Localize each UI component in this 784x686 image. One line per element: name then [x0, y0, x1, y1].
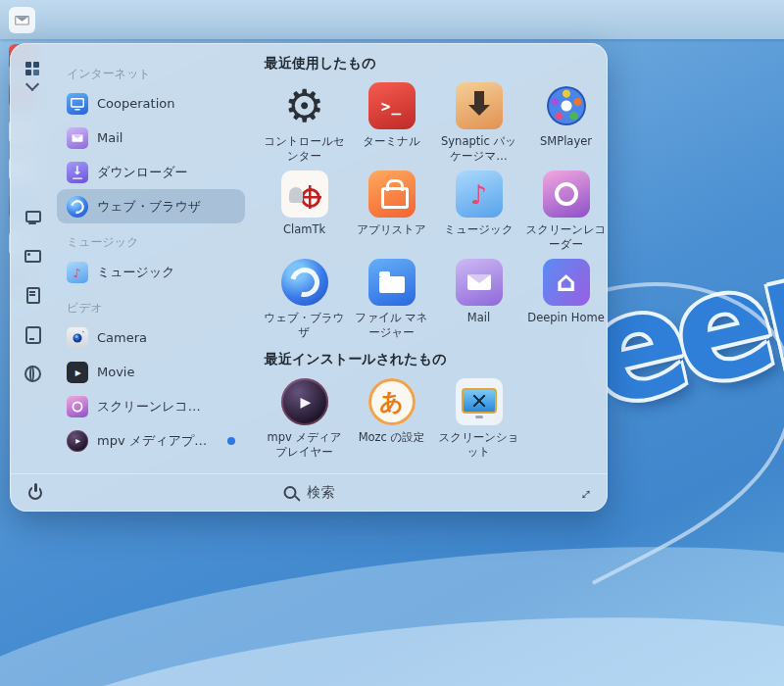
app-tile-web-browser[interactable]: ウェブ・ブラウザ: [261, 257, 348, 345]
file-manager-icon: [368, 259, 416, 306]
app-tile-smplayer[interactable]: SMPlayer: [522, 80, 608, 169]
category-strip-pictures[interactable]: [21, 244, 44, 268]
section-title: 最近インストールされたもの: [265, 351, 604, 368]
app-tile-mozc[interactable]: Mozc の設定: [348, 376, 435, 465]
expand-icon: [571, 480, 597, 506]
sidebar-item-screen-recorder[interactable]: スクリーンレコ…: [57, 389, 245, 423]
sidebar-item-header: ミュージック: [57, 223, 245, 255]
mail-icon: [456, 259, 503, 306]
app-tile-clamtk[interactable]: ClamTk: [261, 169, 348, 257]
music-icon: [67, 262, 88, 283]
sidebar-item-movie[interactable]: Movie: [57, 355, 245, 389]
app-label: ターミナル: [363, 134, 420, 149]
app-tile-control-center[interactable]: コントロールセンター: [261, 80, 348, 169]
category-strip-reader[interactable]: [21, 322, 44, 346]
sidebar-item-music[interactable]: ミュージック: [57, 255, 245, 289]
sidebar-item-header: ビデオ: [57, 289, 245, 320]
synaptic-icon: [456, 82, 503, 129]
category-strip-documents[interactable]: [21, 283, 44, 307]
sidebar-item-header: インターネット: [57, 55, 245, 86]
clamtk-icon: [281, 171, 328, 218]
display-icon: [24, 208, 41, 225]
sidebar-item-mpv[interactable]: mpv メディアプ…: [57, 423, 245, 458]
app-label: アプリストア: [357, 222, 426, 237]
app-label: Mail: [467, 311, 490, 325]
web-browser-icon: [67, 196, 88, 218]
view-all-apps-button[interactable]: [24, 61, 40, 89]
app-label: スクリーンレコーダー: [524, 222, 608, 252]
chevron-down-icon: [25, 77, 39, 91]
search-icon: [283, 485, 300, 502]
screen-recorder-icon: [543, 171, 590, 218]
app-tile-music[interactable]: ミュージック: [435, 169, 522, 257]
update-badge: [227, 437, 235, 445]
screen-recorder-icon: [67, 396, 88, 417]
sidebar-item-web-browser[interactable]: ウェブ・ブラウザ: [57, 189, 245, 223]
app-section: 最近使用したもの コントロールセンター: [261, 55, 604, 345]
search-input[interactable]: 検索: [277, 483, 341, 503]
app-tile-appstore[interactable]: アプリストア: [348, 169, 435, 257]
sidebar-item-label: インターネット: [67, 66, 235, 82]
mail-dock-icon: [9, 7, 35, 33]
sidebar-item-label: ダウンローダー: [97, 164, 235, 181]
section-title: 最近使用したもの: [265, 55, 604, 73]
smplayer-icon: [543, 82, 590, 129]
sidebar-item-mail[interactable]: Mail: [57, 121, 245, 155]
movie-icon: [67, 362, 88, 383]
app-section: 最近インストールされたもの mpv メディアプレイヤー: [261, 351, 604, 465]
app-label: コントロールセンター: [263, 134, 346, 164]
app-tile-mpv[interactable]: mpv メディアプレイヤー: [261, 376, 348, 465]
sidebar-item-label: mpv メディアプ…: [97, 432, 219, 450]
app-label: ファイル マネージャー: [350, 311, 433, 340]
app-label: Mozc の設定: [359, 430, 425, 445]
sidebar-item-label: Camera: [97, 330, 235, 345]
app-tile-screen-recorder[interactable]: スクリーンレコーダー: [522, 169, 608, 257]
app-tile-deepin-home[interactable]: Deepin Home: [522, 257, 608, 345]
pictures-icon: [24, 247, 41, 265]
reader-icon: [24, 325, 41, 343]
app-label: ミュージック: [444, 222, 513, 237]
app-grid: mpv メディアプレイヤー Mozc の設定: [261, 376, 604, 465]
sidebar-item-label: ミュージック: [67, 234, 235, 251]
sidebar-item-label: ウェブ・ブラウザ: [97, 198, 235, 216]
documents-icon: [24, 286, 41, 304]
sidebar-item-cooperation[interactable]: Cooperation: [57, 86, 245, 121]
sidebar-item-camera[interactable]: Camera: [57, 320, 245, 355]
search-label: 検索: [308, 484, 335, 502]
app-grid: コントロールセンター ターミナル: [261, 80, 604, 345]
power-button[interactable]: [24, 482, 46, 504]
dock: 27: [0, 0, 784, 39]
app-label: ウェブ・ブラウザ: [263, 311, 346, 340]
app-label: mpv メディアプレイヤー: [263, 430, 346, 460]
category-strip: [10, 43, 55, 473]
launcher-footer: 検索: [10, 473, 608, 512]
app-sections: 最近使用したもの コントロールセンター: [251, 43, 608, 473]
music-icon: [456, 171, 503, 218]
app-tile-screenshot[interactable]: スクリーンショット: [435, 376, 522, 465]
terminal-icon: [368, 82, 416, 129]
mail-icon: [67, 127, 88, 149]
dock-item-mail-dock[interactable]: [6, 1, 38, 38]
sidebar-app-list: インターネット Cooperation Mail: [55, 43, 251, 473]
fullscreen-toggle-button[interactable]: [576, 483, 593, 503]
sidebar-item-label: スクリーンレコ…: [97, 398, 235, 416]
mpv-icon: [281, 378, 328, 425]
category-strip-globe[interactable]: [21, 362, 44, 385]
camera-icon: [67, 327, 88, 349]
control-center-icon: [281, 82, 328, 129]
sidebar-item-label: Mail: [97, 130, 235, 145]
cooperation-icon: [67, 93, 88, 115]
app-tile-mail[interactable]: Mail: [435, 257, 522, 345]
mpv-icon: [67, 430, 88, 452]
app-tile-terminal[interactable]: ターミナル: [348, 80, 435, 169]
sidebar-item-downloader[interactable]: ダウンローダー: [57, 155, 245, 189]
category-strip-display[interactable]: [21, 205, 44, 228]
app-label: Deepin Home: [527, 311, 604, 325]
app-tile-file-manager[interactable]: ファイル マネージャー: [348, 257, 435, 345]
app-tile-synaptic[interactable]: Synaptic パッケージマ…: [435, 80, 522, 169]
deepin-home-icon: [543, 259, 590, 306]
app-label: スクリーンショット: [437, 430, 520, 460]
app-label: SMPlayer: [540, 134, 592, 149]
apps-grid-icon: [24, 61, 40, 76]
screenshot-icon: [456, 378, 503, 425]
